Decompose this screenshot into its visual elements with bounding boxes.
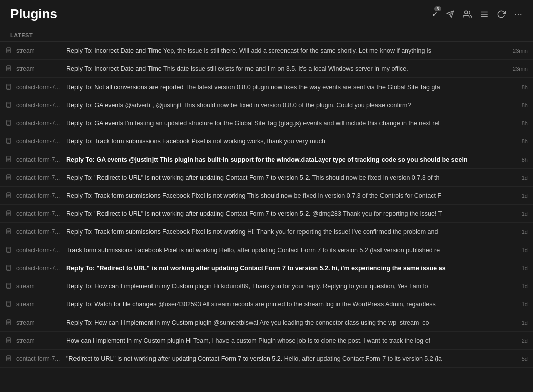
item-time: 23min [513,66,528,72]
list-item[interactable]: contact-form-7... Reply To: GA events I'… [0,114,533,132]
item-icon [4,318,13,327]
checkmark-button[interactable]: ✓ 6 [432,9,438,19]
item-icon [4,227,13,237]
item-icon [4,83,13,92]
item-subject: Reply To: How can I implement in my Cust… [66,319,212,326]
item-source: stream [16,337,66,344]
document-icon [6,84,12,90]
section-label: LATEST [0,28,533,42]
list-item[interactable]: stream How can I implement in my Custom … [0,332,533,350]
menu-icon [480,10,489,19]
item-preview: Hi! Thank you for reporting the issue! I… [247,228,438,236]
list-item[interactable]: contact-form-7... Reply To: Not all conv… [0,78,533,96]
item-content: "Redirect to URL" is not working after u… [66,355,518,362]
send-button[interactable] [446,10,454,18]
item-time: 8h [522,156,528,163]
users-button[interactable] [463,10,472,19]
svg-point-6 [515,13,516,14]
item-source: contact-form-7... [16,84,66,91]
more-button[interactable] [514,10,523,19]
item-time: 5d [522,356,528,362]
item-subject: Track form submissions Facebook Pixel is… [66,247,217,254]
badge-count: 6 [434,6,441,11]
item-source: stream [16,47,66,54]
item-time: 1d [522,320,528,326]
item-subject: Reply To: "Redirect to URL" is not worki… [66,210,311,217]
item-icon [4,101,13,110]
item-source: contact-form-7... [16,174,66,181]
item-subject: Reply To: GA events [66,156,127,163]
list-item[interactable]: contact-form-7... Reply To: GA events @a… [0,96,533,114]
list-item[interactable]: contact-form-7... Reply To: Track form s… [0,187,533,205]
list-item[interactable]: contact-form-7... Reply To: GA events @j… [0,150,533,169]
document-icon [6,319,12,326]
item-time: 1d [522,229,528,235]
list-item[interactable]: contact-form-7... Reply To: "Redirect to… [0,169,533,187]
list-item[interactable]: stream Reply To: How can I implement in … [0,313,533,332]
item-source: contact-form-7... [16,355,66,362]
item-content: How can I implement in my Custom plugin … [66,337,518,344]
item-time: 2d [522,338,528,344]
item-time: 1d [522,265,528,271]
list-item[interactable]: contact-form-7... Reply To: "Redirect to… [0,259,533,277]
item-time: 23min [513,48,528,54]
item-icon [4,46,13,55]
document-icon [6,337,12,344]
item-time: 8h [522,138,528,144]
item-preview: @sumeetbiswal Are you loading the connec… [213,319,429,326]
item-content: Reply To: GA events @adverti , @justinjt… [66,102,518,109]
send-icon [446,10,454,18]
document-icon [6,120,12,126]
item-source: contact-form-7... [16,247,66,254]
item-content: Reply To: GA events @justinjtt This plug… [66,156,518,163]
item-source: contact-form-7... [16,138,66,145]
item-content: Reply To: Incorrect Date and Time Yep, t… [66,47,509,54]
document-icon [6,102,12,108]
item-preview: Hi kidunot89, Thank you for your reply. … [213,283,428,290]
item-subject: Reply To: How can I implement in my Cust… [66,283,212,290]
item-icon [4,64,13,73]
list-item[interactable]: contact-form-7... Reply To: Track form s… [0,132,533,150]
item-icon [4,336,13,345]
item-icon [4,354,13,363]
list-item[interactable]: stream Reply To: Watch for file changes … [0,295,533,313]
refresh-icon [497,10,506,19]
list-item[interactable]: contact-form-7... "Redirect to URL" is n… [0,350,533,368]
svg-point-8 [520,13,521,14]
item-preview: This should now be fixed in version 0.7.… [247,192,441,199]
item-time: 1d [522,283,528,289]
item-preview: Hi Team, I have a custom Plugin whose jo… [186,337,430,344]
list-item[interactable]: stream Reply To: Incorrect Date and Time… [0,60,533,78]
document-icon [6,301,12,307]
item-preview: hi, i'm experiencing the same issue as [332,265,446,272]
item-preview: This should now be fixed in version 0.7.… [312,174,440,181]
item-source: contact-form-7... [16,210,66,217]
refresh-button[interactable] [497,10,506,19]
item-subject: Reply To: GA events [66,120,123,127]
item-content: Reply To: "Redirect to URL" is not worki… [66,210,518,217]
document-icon [6,265,12,271]
item-source: stream [16,283,66,290]
item-source: contact-form-7... [16,265,66,272]
list-item[interactable]: contact-form-7... Reply To: "Redirect to… [0,205,533,223]
menu-button[interactable] [480,10,489,19]
item-content: Reply To: GA events I'm testing an updat… [66,120,518,127]
list-item[interactable]: contact-form-7... Reply To: Track form s… [0,223,533,241]
document-icon [6,174,12,181]
item-source: stream [16,319,66,326]
item-preview: @user4302593 All stream records are prin… [158,301,436,308]
list-item[interactable]: stream Reply To: Incorrect Date and Time… [0,42,533,60]
item-preview: Yep, the issue is still there. Will add … [163,47,431,54]
more-icon [514,10,523,19]
list-item[interactable]: contact-form-7... Track form submissions… [0,241,533,259]
item-preview: @justinjtt This plugin has built-in supp… [129,156,467,163]
list-item[interactable]: stream Reply To: How can I implement in … [0,277,533,295]
document-icon [6,192,12,199]
item-subject: Reply To: Incorrect Date and Time [66,47,162,54]
item-subject: Reply To: Track form submissions Faceboo… [66,138,245,145]
svg-point-7 [518,13,519,14]
item-subject: Reply To: "Redirect to URL" is not worki… [66,265,330,272]
item-time: 1d [522,193,528,199]
item-source: contact-form-7... [16,102,66,109]
item-icon [4,209,13,218]
